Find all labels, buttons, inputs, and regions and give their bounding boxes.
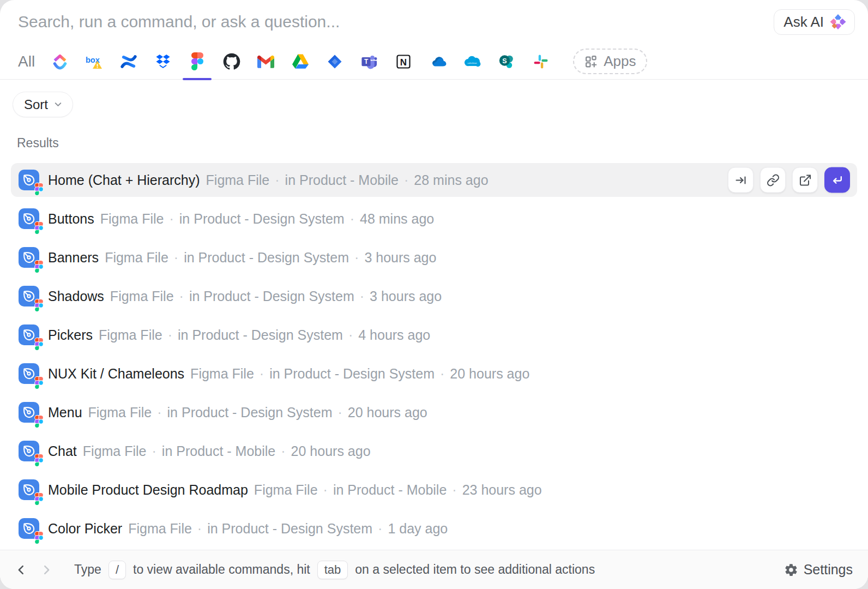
figma-file-icon (19, 363, 39, 384)
settings-button[interactable]: Settings (784, 562, 853, 578)
enter-button[interactable] (824, 167, 850, 193)
tab-jira[interactable] (317, 44, 352, 80)
result-time: 4 hours ago (358, 327, 430, 343)
separator-dot: · (281, 443, 285, 459)
jira-icon (327, 53, 343, 70)
separator-dot: · (354, 250, 359, 266)
result-row[interactable]: Banners Figma File · in Product - Design… (11, 241, 857, 274)
figma-file-icon (19, 286, 39, 306)
result-title: Mobile Product Design Roadmap (48, 482, 248, 498)
chevron-left-icon[interactable] (15, 564, 27, 576)
footer-hint-suffix: on a selected item to see additional act… (355, 562, 595, 577)
separator-dot: · (348, 327, 353, 343)
result-row[interactable]: Pickers Figma File · in Product - Design… (11, 318, 857, 352)
box-icon: box (86, 53, 103, 70)
tab-gmail[interactable] (249, 44, 283, 80)
result-time: 20 hours ago (348, 405, 427, 420)
tab-all-label: All (18, 53, 35, 70)
figma-file-icon (19, 324, 39, 345)
tab-slack[interactable] (523, 44, 558, 80)
clickup-icon (52, 53, 68, 70)
tab-key: tab (317, 561, 348, 579)
result-time: 20 hours ago (450, 366, 529, 382)
separator-dot: · (152, 443, 156, 459)
tab-salesforce[interactable]: salesforce (455, 44, 489, 80)
sort-button[interactable]: Sort (13, 92, 73, 117)
result-location: in Product - Design System (184, 250, 349, 266)
separator-dot: · (157, 405, 161, 420)
github-icon (223, 53, 240, 70)
tab-notion[interactable]: N (386, 44, 420, 80)
search-input[interactable] (18, 13, 764, 31)
tab-sharepoint[interactable]: S (489, 44, 523, 80)
figma-mini-logo-badge (35, 377, 43, 389)
result-title: Color Picker (48, 521, 122, 537)
tab-forward-button[interactable] (728, 167, 754, 193)
result-row[interactable]: Buttons Figma File · in Product - Design… (11, 202, 857, 236)
apps-button[interactable]: Apps (573, 49, 647, 74)
result-row[interactable]: NUX Kit / Chameleons Figma File · in Pro… (11, 357, 857, 390)
tab-onedrive[interactable] (420, 44, 455, 80)
tab-github[interactable] (214, 44, 249, 80)
tab-box[interactable]: box (77, 44, 111, 80)
tab-microsoft-teams[interactable]: T (352, 44, 386, 80)
tab-confluence[interactable] (111, 44, 146, 80)
separator-dot: · (323, 482, 328, 498)
figma-mini-logo-badge (35, 261, 43, 273)
ask-ai-button[interactable]: Ask AI (774, 9, 855, 35)
separator-dot: · (260, 366, 264, 382)
open-external-button[interactable] (792, 167, 818, 193)
result-type: Figma File (128, 521, 192, 537)
figma-mini-logo-badge (35, 338, 43, 350)
results-list: Home (Chat + Hierarchy) Figma File · in … (0, 163, 868, 550)
result-row[interactable]: Mobile Product Design Roadmap Figma File… (11, 473, 857, 507)
result-title: Menu (48, 405, 82, 420)
apps-button-label: Apps (604, 53, 636, 70)
tab-google-drive[interactable] (283, 44, 317, 80)
result-title: NUX Kit / Chameleons (48, 366, 184, 382)
figma-mini-logo-badge (35, 416, 43, 428)
result-type: Figma File (110, 289, 174, 304)
search-row: Ask AI (0, 0, 868, 44)
tab-forward-icon (734, 173, 748, 187)
result-title: Shadows (48, 289, 104, 304)
result-row[interactable]: Shadows Figma File · in Product - Design… (11, 279, 857, 313)
result-location: in Product - Design System (269, 366, 435, 382)
figma-file-icon (19, 479, 39, 500)
separator-dot: · (197, 521, 202, 537)
chevron-right-icon[interactable] (40, 564, 52, 576)
tab-clickup[interactable] (43, 44, 77, 80)
tab-figma[interactable] (180, 44, 214, 80)
separator-dot: · (169, 211, 173, 227)
result-location: in Product - Design System (179, 211, 345, 227)
separator-dot: · (174, 250, 178, 266)
result-row[interactable]: Chat Figma File · in Product - Mobile · … (11, 434, 857, 468)
result-type: Figma File (105, 250, 168, 266)
svg-text:N: N (400, 57, 406, 68)
ask-ai-label: Ask AI (783, 14, 824, 31)
figma-file-icon (19, 170, 39, 190)
tab-all[interactable]: All (18, 53, 35, 70)
google-drive-icon (292, 54, 309, 69)
result-row[interactable]: Home (Chat + Hierarchy) Figma File · in … (11, 163, 857, 197)
copy-link-button[interactable] (760, 167, 786, 193)
figma-file-icon (19, 208, 39, 229)
dropbox-icon (154, 53, 172, 69)
slack-icon (533, 53, 549, 70)
result-time: 3 hours ago (364, 250, 436, 266)
figma-mini-logo-badge (35, 183, 43, 195)
result-row[interactable]: Color Picker Figma File · in Product - D… (11, 512, 857, 545)
result-location: in Product - Mobile (333, 482, 447, 498)
grid-plus-icon (584, 55, 598, 68)
result-type: Figma File (88, 405, 152, 420)
result-title: Chat (48, 443, 77, 459)
result-title: Banners (48, 250, 99, 266)
result-time: 3 hours ago (370, 289, 442, 304)
result-time: 1 day ago (388, 521, 448, 537)
results-header: Results (17, 136, 59, 151)
result-row[interactable]: Menu Figma File · in Product - Design Sy… (11, 395, 857, 429)
link-icon (767, 173, 780, 187)
tab-dropbox[interactable] (146, 44, 180, 80)
result-location: in Product - Mobile (162, 443, 275, 459)
separator-dot: · (404, 172, 408, 188)
